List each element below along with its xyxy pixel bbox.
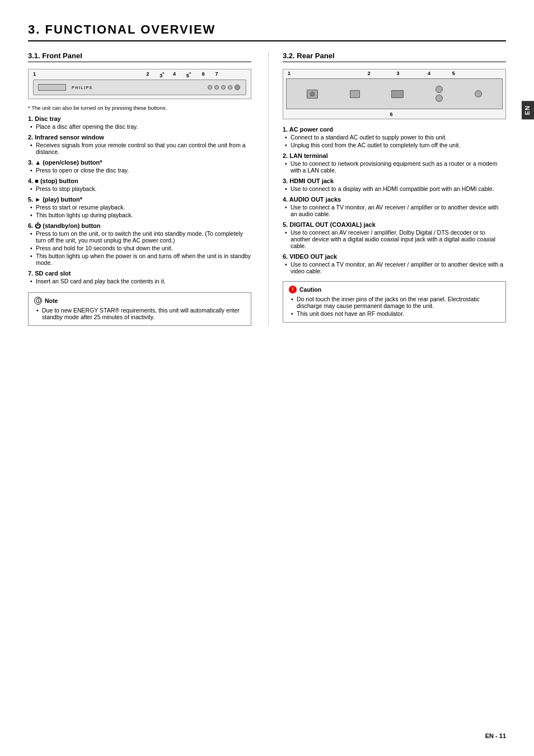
fp-num-1: 1 [33, 71, 36, 77]
fp-num-6: 6 [202, 71, 205, 77]
fp-num-4: 4 [173, 71, 176, 77]
fp-btn-2 [214, 85, 219, 90]
item-5-title: 5. ► (play) button* [28, 196, 251, 203]
rp-item-1-title: 1. AC power cord [283, 126, 506, 133]
caution-bullet-1: Do not touch the inner pins of the jacks… [297, 296, 500, 309]
item-5-bullet-2: This button lights up during playback. [36, 212, 251, 218]
front-panel-items: 1. Disc tray Place a disc after opening … [28, 115, 251, 284]
caution-box: ! Caution Do not touch the inner pins of… [283, 281, 506, 323]
rp-item-6-bullet-1: Use to connect a TV monitor, an AV recei… [291, 261, 506, 274]
rp-item-3-bullet-1: Use to connect to a display with an HDMI… [291, 185, 506, 192]
note-icon: ⓘ [34, 297, 42, 305]
rp-port-lan [350, 90, 360, 98]
note-header: ⓘ Note [34, 297, 245, 305]
item-6-bullet-2: Press and hold for 10 seconds to shut do… [36, 245, 251, 251]
asterisk-note: * The unit can also be turned on by pres… [28, 105, 251, 111]
item-4-title: 4. ■ (stop) button [28, 178, 251, 184]
page: EN 3. FUNCTIONAL OVERVIEW 3.1. Front Pan… [0, 0, 534, 756]
fp-device-body: PHILIPS [33, 80, 246, 95]
rp-video-port [475, 90, 482, 97]
rp-center-ports [350, 90, 360, 98]
rp-num-5: 5 [452, 71, 455, 76]
fp-disc-slot [38, 84, 66, 91]
rp-item-2-bullet-1: Use to connect to network provisioning e… [291, 160, 506, 174]
front-panel-title: 3.1. Front Panel [28, 52, 251, 62]
rp-num-2: 2 [368, 71, 371, 76]
rp-item-3-title: 3. HDMI OUT jack [283, 178, 506, 184]
rp-item-5-title: 5. DIGITAL OUT (COAXIAL) jack [283, 221, 506, 228]
rp-port-ac [307, 90, 318, 99]
rp-port-audio2 [435, 95, 443, 102]
rp-port-video [475, 90, 482, 97]
two-column-layout: 3.1. Front Panel 1 2 3* 4 5* 6 7 PHILIPS [28, 52, 506, 326]
item-1-title: 1. Disc tray [28, 115, 251, 122]
side-tab: EN [522, 101, 534, 119]
rp-num-3: 3 [396, 71, 399, 76]
left-column: 3.1. Front Panel 1 2 3* 4 5* 6 7 PHILIPS [28, 52, 251, 326]
item-6-bullet-1: Press to turn on the unit, or to switch … [36, 230, 251, 244]
caution-header: ! Caution [289, 286, 500, 293]
note-box: ⓘ Note Due to new ENERGY STAR® requireme… [28, 292, 251, 326]
main-title: 3. FUNCTIONAL OVERVIEW [28, 22, 506, 41]
rp-item-1-bullet-2: Unplug this cord from the AC outlet to c… [291, 142, 506, 148]
rp-port-audio1 [435, 86, 443, 93]
rear-panel-title: 3.2. Rear Panel [283, 52, 506, 62]
item-4-bullet-1: Press to stop playback. [36, 185, 251, 192]
fp-btn-1 [208, 85, 212, 90]
rp-num-6: 6 [390, 111, 393, 117]
rp-item-5-bullet-1: Use to connect an AV receiver / amplifie… [291, 229, 506, 249]
item-6-bullet-3: This button lights up when the power is … [36, 253, 251, 266]
item-3-title: 3. ▲ (open/close) button* [28, 159, 251, 166]
fp-num-3: 3* [160, 71, 164, 78]
fp-num-5: 5* [186, 71, 191, 78]
rp-port-hdmi [391, 90, 404, 98]
item-5-bullet-1: Press to start or resume playback. [36, 204, 251, 211]
caution-bullet-2: This unit does not have an RF modulator. [297, 310, 500, 317]
rp-num-4: 4 [428, 71, 430, 76]
item-6-title: 6. ⏻ (standby/on) button [28, 222, 251, 229]
rp-hdmi-port [391, 90, 404, 98]
rp-item-4-title: 4. AUDIO OUT jacks [283, 196, 506, 203]
item-2-bullet-1: Receives signals from your remote contro… [36, 142, 251, 155]
right-column: 3.2. Rear Panel 1 2 3 4 5 6 [268, 52, 506, 326]
rp-item-4-bullet-1: Use to connect a TV monitor, an AV recei… [291, 204, 506, 217]
rp-item-2-title: 2. LAN terminal [283, 152, 506, 159]
rp-num-1: 1 [288, 71, 291, 76]
fp-btn-power [235, 85, 240, 90]
rp-ac-inner [310, 92, 315, 96]
note-bullet-1: Due to new ENERGY STAR® requirements, th… [42, 307, 245, 320]
item-3-bullet-1: Press to open or close the disc tray. [36, 167, 251, 174]
rp-item-6-title: 6. VIDEO OUT jack [283, 253, 506, 260]
fp-btn-4 [228, 85, 232, 90]
item-7-bullet-1: Insert an SD card and play back the cont… [36, 278, 251, 284]
fp-num-2: 2 [146, 71, 149, 77]
rear-panel-items: 1. AC power cord Connect to a standard A… [283, 126, 506, 274]
item-7-title: 7. SD card slot [28, 270, 251, 277]
fp-btn-3 [221, 85, 226, 90]
rp-audio-ports [435, 86, 443, 102]
page-number: EN - 11 [485, 732, 506, 739]
item-2-title: 2. Infrared sensor window [28, 134, 251, 141]
fp-logo: PHILIPS [72, 86, 93, 90]
caution-icon: ! [289, 286, 297, 293]
rp-left-ports [307, 90, 318, 99]
fp-num-7: 7 [215, 71, 218, 77]
rp-device-body [286, 78, 503, 109]
item-1-bullet-1: Place a disc after opening the disc tray… [36, 123, 251, 130]
front-panel-diagram: 1 2 3* 4 5* 6 7 PHILIPS [28, 69, 251, 99]
rp-item-1-bullet-1: Connect to a standard AC outlet to suppl… [291, 134, 506, 141]
rear-panel-diagram: 1 2 3 4 5 6 [283, 69, 506, 119]
fp-buttons [208, 85, 240, 90]
